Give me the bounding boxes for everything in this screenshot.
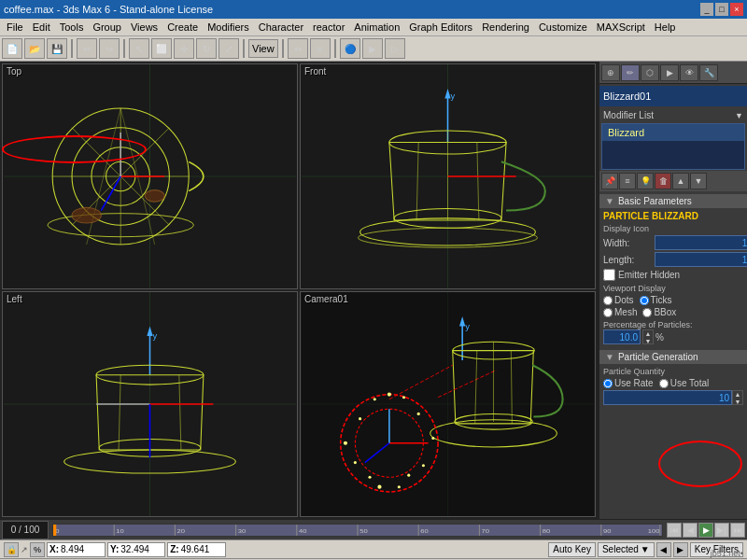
use-total-radio[interactable] <box>659 379 669 388</box>
basic-params-content: PARTICLE BLIZZARD Display Icon Width: ▲ … <box>599 208 747 347</box>
prev-key-btn[interactable]: ◀ <box>656 542 671 557</box>
display-tab[interactable]: 👁 <box>680 64 698 81</box>
move-down-icon[interactable]: ▼ <box>690 173 707 189</box>
stack-icon[interactable]: ≡ <box>619 173 636 189</box>
use-total-option[interactable]: Use Total <box>659 378 710 388</box>
goto-start-btn[interactable]: ⏮ <box>667 523 682 538</box>
rotate-btn[interactable]: ↻ <box>196 38 217 59</box>
pct-input[interactable] <box>603 329 641 344</box>
menu-group[interactable]: Group <box>88 21 126 34</box>
align-btn[interactable]: ≡ <box>310 38 331 59</box>
ticks-option[interactable]: Ticks <box>640 295 672 305</box>
select-region-btn[interactable]: ⬜ <box>151 38 172 59</box>
menu-customize[interactable]: Customize <box>534 21 592 34</box>
particle-gen-collapse-icon[interactable]: ▼ <box>605 352 614 362</box>
menu-modifiers[interactable]: Modifiers <box>203 21 254 34</box>
dots-radio[interactable] <box>603 296 613 305</box>
percent-icon[interactable]: % <box>30 542 45 557</box>
goto-end-btn[interactable]: ⏭ <box>730 523 745 538</box>
menu-character[interactable]: Character <box>254 21 308 34</box>
hierarchy-tab[interactable]: ⬡ <box>641 64 659 81</box>
pct-label-text: Percentage of Particles: <box>603 320 743 329</box>
play-btn[interactable]: ▶ <box>698 523 713 538</box>
bbox-radio[interactable] <box>642 308 652 317</box>
modifier-dropdown-arrow[interactable]: ▼ <box>735 111 743 120</box>
menu-tools[interactable]: Tools <box>55 21 89 34</box>
menu-views[interactable]: Views <box>126 21 162 34</box>
pct-spinner[interactable]: ▲ ▼ <box>642 329 654 344</box>
x-label: X: <box>49 544 59 554</box>
coordbar: 🔒 ↗ % X: 8.494 Y: 32.494 Z: 49.641 Auto … <box>0 539 747 558</box>
ticks-label: Ticks <box>651 295 672 305</box>
menu-reactor[interactable]: reactor <box>308 21 349 34</box>
menu-graph-editors[interactable]: Graph Editors <box>404 21 477 34</box>
length-input[interactable] <box>655 252 747 267</box>
emitter-hidden-checkbox[interactable] <box>603 269 615 281</box>
menu-create[interactable]: Create <box>162 21 203 34</box>
lock-icon[interactable]: 🔒 <box>4 542 19 557</box>
next-frame-btn[interactable]: ▶| <box>714 523 729 538</box>
menu-maxscript[interactable]: MAXScript <box>592 21 650 34</box>
menu-file[interactable]: File <box>2 21 28 34</box>
rate-input[interactable] <box>603 390 732 405</box>
left-label: Left <box>7 294 22 304</box>
frame-counter[interactable]: 0 / 100 <box>2 521 49 539</box>
material-btn[interactable]: 🔵 <box>340 38 360 59</box>
svg-text:20: 20 <box>177 527 186 533</box>
bbox-option[interactable]: BBox <box>642 307 676 317</box>
light-icon[interactable]: 💡 <box>637 173 654 189</box>
minimize-btn[interactable]: _ <box>700 3 713 16</box>
maximize-btn[interactable]: □ <box>715 3 728 16</box>
menu-help[interactable]: Help <box>650 21 681 34</box>
new-btn[interactable]: 📄 <box>2 38 22 59</box>
utility-tab[interactable]: 🔧 <box>699 64 718 81</box>
quickrender-btn[interactable]: ▷ <box>385 38 405 59</box>
save-btn[interactable]: 💾 <box>47 38 67 59</box>
front-viewport-svg: y <box>301 64 595 288</box>
modifier-blizzard[interactable]: Blizzard <box>602 124 744 141</box>
open-btn[interactable]: 📂 <box>24 38 45 59</box>
delete-modifier-icon[interactable]: 🗑 <box>655 173 671 189</box>
svg-line-27 <box>416 142 418 219</box>
z-value: 49.641 <box>181 544 223 554</box>
viewport-left[interactable]: Left y <box>2 291 298 517</box>
ticks-radio[interactable] <box>640 296 649 305</box>
mirror-btn[interactable]: ⇔ <box>288 38 308 59</box>
redo-btn[interactable]: ↪ <box>99 38 120 59</box>
transform-icons: 🔒 ↗ % <box>4 542 45 557</box>
autokey-button[interactable]: Auto Key <box>548 542 596 557</box>
mesh-radio[interactable] <box>603 308 613 317</box>
next-key-btn[interactable]: ▶ <box>673 542 688 557</box>
move-up-icon[interactable]: ▲ <box>672 173 689 189</box>
prev-frame-btn[interactable]: ◀ <box>683 523 698 538</box>
render-btn[interactable]: ▶ <box>362 38 383 59</box>
viewport-front[interactable]: Front y <box>300 63 596 289</box>
viewport-camera[interactable]: Camera01 y <box>300 291 596 517</box>
close-btn[interactable]: × <box>730 3 743 16</box>
view-label[interactable]: View <box>248 39 278 58</box>
use-total-label: Use Total <box>670 378 710 388</box>
motion-tab[interactable]: ▶ <box>660 64 679 81</box>
pin-icon[interactable]: 📌 <box>601 173 618 189</box>
create-tab[interactable]: ⊕ <box>601 64 620 81</box>
select-btn[interactable]: ↖ <box>129 38 149 59</box>
object-name-field[interactable] <box>599 86 747 106</box>
rate-spinner[interactable]: ▲ ▼ <box>732 390 743 405</box>
menu-rendering[interactable]: Rendering <box>477 21 534 34</box>
selected-dropdown[interactable]: ▼ <box>641 544 650 554</box>
scale-btn[interactable]: ⤢ <box>218 38 239 59</box>
modify-tab[interactable]: ✏ <box>621 64 640 81</box>
dots-option[interactable]: Dots <box>603 295 634 305</box>
mesh-option[interactable]: Mesh <box>603 307 637 317</box>
menu-edit[interactable]: Edit <box>28 21 55 34</box>
collapse-icon[interactable]: ▼ <box>605 196 614 206</box>
use-rate-radio[interactable] <box>603 379 613 388</box>
menu-animation[interactable]: Animation <box>349 21 404 34</box>
svg-text:80: 80 <box>543 527 551 533</box>
timeline-bar[interactable]: 0 10 20 30 40 50 60 70 80 90 100 <box>52 524 663 537</box>
move-btn[interactable]: ✛ <box>174 38 194 59</box>
width-input[interactable] <box>655 235 747 250</box>
use-rate-option[interactable]: Use Rate <box>603 378 654 388</box>
undo-btn[interactable]: ↩ <box>77 38 97 59</box>
viewport-top[interactable]: Top <box>2 63 298 289</box>
